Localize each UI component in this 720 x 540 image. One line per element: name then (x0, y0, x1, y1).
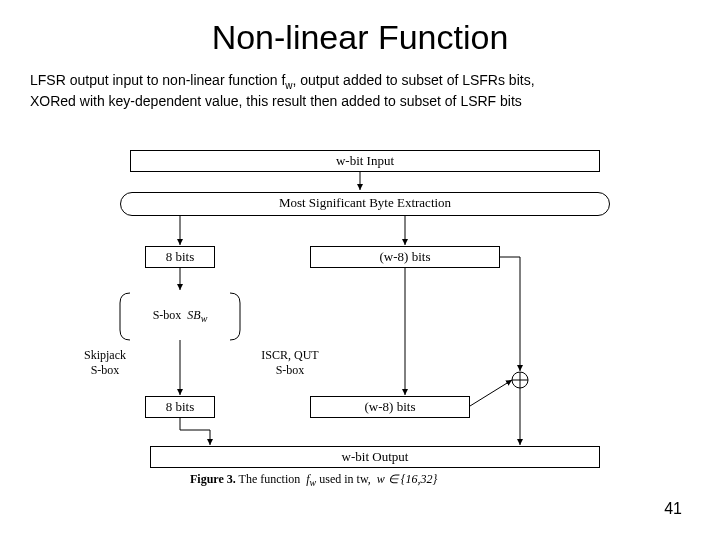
body-line1b: , output added to subset of LSFRs bits, (293, 72, 535, 88)
sbox-word: S-box (153, 308, 182, 322)
skipjack-l2: S-box (91, 363, 120, 377)
cap-e: w ∈ {16,32} (377, 472, 438, 486)
sbox-sub: w (201, 313, 208, 324)
skipjack-l1: Skipjack (84, 348, 126, 362)
cap-c-sub: w (310, 477, 317, 488)
sbox-sym: SB (187, 308, 200, 322)
iscr-l2: S-box (276, 363, 305, 377)
body-sub: w (285, 80, 292, 91)
input-box: w-bit Input (130, 150, 600, 172)
sbox-label: S-box SBw (135, 308, 225, 324)
body-line2: XORed with key-dependent value, this res… (30, 93, 522, 109)
body-line1a: LFSR output input to non-linear function… (30, 72, 285, 88)
page-number: 41 (664, 500, 682, 518)
iscr-label: ISCR, QUT S-box (245, 348, 335, 378)
diagram: w-bit Input Most Significant Byte Extrac… (60, 150, 660, 480)
slide-title: Non-linear Function (0, 18, 720, 57)
figure-caption: Figure 3. The function fw used in tw, w … (190, 472, 437, 488)
slide-body: LFSR output input to non-linear function… (30, 71, 690, 110)
iscr-l1: ISCR, QUT (261, 348, 318, 362)
skipjack-label: Skipjack S-box (70, 348, 140, 378)
cap-a: Figure 3. (190, 472, 236, 486)
cap-d: used in tw, (319, 472, 371, 486)
svg-line-11 (470, 380, 512, 406)
output-box: w-bit Output (150, 446, 600, 468)
bits8-lower: 8 bits (145, 396, 215, 418)
cap-b: The function (239, 472, 301, 486)
msb-box: Most Significant Byte Extraction (120, 192, 610, 216)
bits8-upper: 8 bits (145, 246, 215, 268)
bitswm8-upper: (w-8) bits (310, 246, 500, 268)
bitswm8-lower: (w-8) bits (310, 396, 470, 418)
